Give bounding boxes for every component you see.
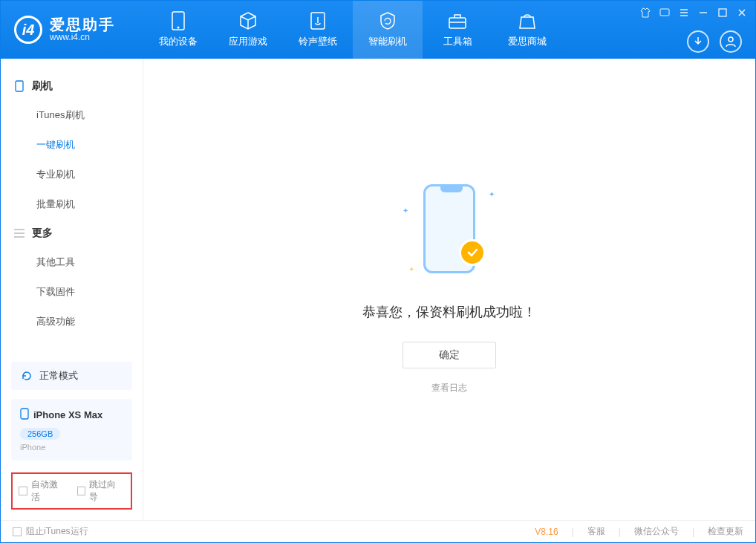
nav: 我的设备 应用游戏 铃声壁纸 智能刷机 工具箱 爱思商城 bbox=[143, 1, 562, 59]
svg-rect-4 bbox=[660, 9, 669, 16]
group-title: 刷机 bbox=[32, 79, 53, 93]
view-log-link[interactable]: 查看日志 bbox=[431, 382, 467, 394]
success-message: 恭喜您，保资料刷机成功啦！ bbox=[362, 303, 536, 321]
download-icon[interactable] bbox=[687, 30, 709, 53]
logo-text: 爱思助手 www.i4.cn bbox=[50, 16, 115, 42]
svg-point-1 bbox=[177, 27, 180, 29]
shirt-icon[interactable] bbox=[639, 7, 651, 19]
skip-guide-checkbox[interactable]: 跳过向导 bbox=[77, 478, 126, 504]
sidebar-item-itunes-flash[interactable]: iTunes刷机 bbox=[1, 100, 143, 130]
app-title: 爱思助手 bbox=[50, 16, 115, 33]
close-button[interactable] bbox=[736, 7, 748, 19]
logo-icon: i4 bbox=[14, 16, 42, 44]
sidebar-item-batch-flash[interactable]: 批量刷机 bbox=[1, 189, 143, 219]
footer-right: V8.16 | 客服 | 微信公众号 | 检查更新 bbox=[535, 525, 743, 538]
version-label: V8.16 bbox=[535, 527, 558, 537]
svg-rect-8 bbox=[21, 409, 28, 419]
header-action-circles bbox=[687, 30, 742, 53]
app-window: i4 爱思助手 www.i4.cn 我的设备 应用游戏 铃声壁纸 智能刷机 bbox=[0, 0, 756, 543]
shield-refresh-icon bbox=[378, 11, 397, 30]
auto-activate-checkbox[interactable]: 自动激活 bbox=[19, 478, 67, 504]
header: i4 爱思助手 www.i4.cn 我的设备 应用游戏 铃声壁纸 智能刷机 bbox=[1, 1, 755, 59]
cube-icon bbox=[238, 11, 258, 30]
svg-rect-5 bbox=[719, 9, 726, 16]
sparkle-icon: ✦ bbox=[408, 265, 414, 273]
checkbox-label: 跳过向导 bbox=[89, 478, 125, 504]
sidebar-item-download-firmware[interactable]: 下载固件 bbox=[1, 277, 143, 307]
bag-icon bbox=[518, 11, 537, 30]
sidebar-item-pro-flash[interactable]: 专业刷机 bbox=[1, 160, 143, 189]
footer: 阻止iTunes运行 V8.16 | 客服 | 微信公众号 | 检查更新 bbox=[1, 520, 755, 542]
device-type: iPhone bbox=[20, 443, 123, 452]
nav-label: 我的设备 bbox=[159, 35, 198, 48]
message-icon[interactable] bbox=[659, 7, 671, 19]
nav-ringtones[interactable]: 铃声壁纸 bbox=[283, 1, 353, 59]
footer-service-link[interactable]: 客服 bbox=[587, 525, 605, 538]
sidebar-item-oneclick-flash[interactable]: 一键刷机 bbox=[1, 130, 143, 160]
nav-store[interactable]: 爱思商城 bbox=[492, 1, 562, 59]
nav-label: 应用游戏 bbox=[229, 35, 267, 48]
checkbox-icon bbox=[19, 487, 27, 495]
svg-point-6 bbox=[729, 37, 733, 42]
app-subtitle: www.i4.cn bbox=[50, 33, 115, 42]
sidebar: 刷机 iTunes刷机 一键刷机 专业刷机 批量刷机 更多 其他工具 下载固件 … bbox=[1, 59, 143, 520]
device-name-row: iPhone XS Max bbox=[20, 408, 123, 422]
nav-label: 智能刷机 bbox=[368, 35, 407, 48]
device-card[interactable]: iPhone XS Max 256GB iPhone bbox=[11, 399, 132, 461]
toolbox-icon bbox=[448, 11, 467, 30]
user-icon[interactable] bbox=[720, 30, 742, 53]
nav-label: 工具箱 bbox=[443, 35, 472, 48]
nav-label: 铃声壁纸 bbox=[299, 35, 337, 48]
nav-my-device[interactable]: 我的设备 bbox=[143, 1, 213, 59]
device-icon bbox=[14, 81, 25, 91]
svg-rect-7 bbox=[16, 81, 23, 91]
phone-icon bbox=[169, 11, 188, 30]
minimize-button[interactable] bbox=[697, 7, 709, 19]
maximize-button[interactable] bbox=[717, 7, 729, 19]
nav-toolbox[interactable]: 工具箱 bbox=[423, 1, 492, 59]
list-icon bbox=[14, 228, 25, 238]
storage-badge: 256GB bbox=[20, 428, 60, 440]
footer-update-link[interactable]: 检查更新 bbox=[708, 525, 743, 538]
music-icon bbox=[308, 11, 328, 30]
svg-rect-3 bbox=[449, 18, 466, 28]
group-title: 更多 bbox=[32, 227, 53, 240]
sparkle-icon: ✦ bbox=[403, 207, 408, 215]
nav-apps[interactable]: 应用游戏 bbox=[213, 1, 283, 59]
refresh-icon bbox=[20, 369, 33, 383]
menu-icon[interactable] bbox=[678, 7, 690, 19]
check-icon bbox=[459, 239, 486, 266]
options-row: 自动激活 跳过向导 bbox=[11, 472, 132, 510]
logo-area: i4 爱思助手 www.i4.cn bbox=[1, 16, 128, 44]
body: 刷机 iTunes刷机 一键刷机 专业刷机 批量刷机 更多 其他工具 下载固件 … bbox=[1, 59, 755, 520]
checkbox-icon bbox=[13, 527, 22, 536]
sidebar-group-more: 更多 bbox=[1, 219, 143, 247]
sparkle-icon: ✦ bbox=[489, 190, 495, 198]
footer-wechat-link[interactable]: 微信公众号 bbox=[634, 525, 679, 538]
block-itunes-checkbox[interactable]: 阻止iTunes运行 bbox=[13, 525, 88, 538]
checkbox-label: 自动激活 bbox=[31, 478, 67, 504]
device-name: iPhone XS Max bbox=[33, 409, 102, 420]
mode-label: 正常模式 bbox=[39, 369, 78, 383]
ok-button[interactable]: 确定 bbox=[403, 342, 496, 368]
phone-small-icon bbox=[20, 408, 29, 422]
sidebar-item-other-tools[interactable]: 其他工具 bbox=[1, 247, 143, 277]
checkbox-label: 阻止iTunes运行 bbox=[26, 525, 88, 538]
main-content: ✦ ✦ ✦ 恭喜您，保资料刷机成功啦！ 确定 查看日志 bbox=[143, 59, 755, 520]
sidebar-group-flash: 刷机 bbox=[1, 72, 143, 100]
mode-card[interactable]: 正常模式 bbox=[11, 362, 132, 390]
success-illustration: ✦ ✦ ✦ bbox=[408, 184, 490, 281]
window-controls bbox=[639, 7, 748, 19]
nav-flash[interactable]: 智能刷机 bbox=[353, 1, 423, 59]
checkbox-icon bbox=[77, 487, 86, 495]
nav-label: 爱思商城 bbox=[508, 35, 547, 48]
sidebar-item-advanced[interactable]: 高级功能 bbox=[1, 307, 143, 336]
